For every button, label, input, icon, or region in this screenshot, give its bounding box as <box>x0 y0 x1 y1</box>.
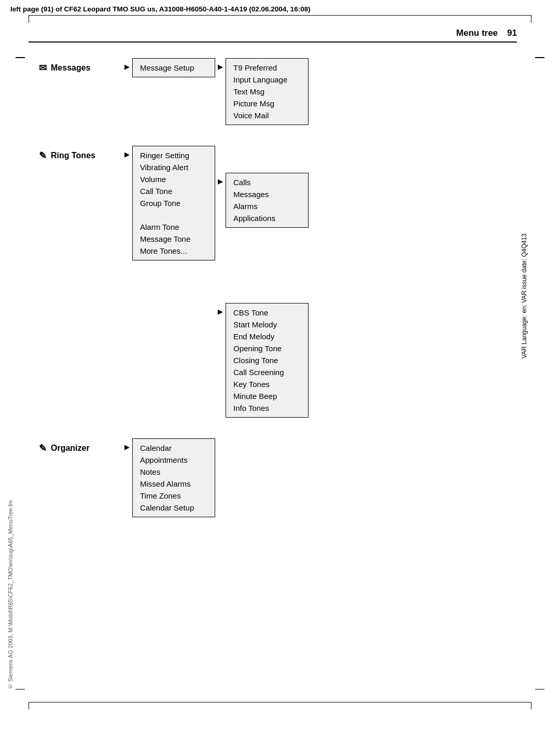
messages-level2-box: Message Setup <box>132 58 215 77</box>
org-l2-0: Calendar <box>140 442 207 454</box>
ring-tones-text: Ring Tones <box>51 151 95 160</box>
bottom-marks <box>0 702 560 709</box>
org-l2-1: Appointments <box>140 454 207 466</box>
msg-l3-3: Picture Msg <box>233 98 301 109</box>
ring-tones-icon: ✎ <box>39 150 47 161</box>
messages-text: Messages <box>51 63 91 73</box>
top-marks <box>0 16 560 23</box>
page-number: 91 <box>507 28 517 38</box>
organizer-label: ✎ Organizer <box>39 438 122 454</box>
menu-tree-title: Menu tree <box>456 28 498 38</box>
rt-l2-5 <box>140 209 207 221</box>
organizer-section: ✎ Organizer ▶ Calendar Appointments Note… <box>39 438 507 517</box>
bottom-mark-right <box>531 702 531 709</box>
mt-2: End Melody <box>233 330 301 342</box>
dash-right <box>535 57 544 58</box>
vol-0: Calls <box>233 176 301 188</box>
rt-l2-2: Volume <box>140 173 207 185</box>
messages-level3-box: T9 Preferred Input Language Text Msg Pic… <box>226 58 309 125</box>
vol-2: Alarms <box>233 200 301 212</box>
org-l2-4: Time Zones <box>140 490 207 502</box>
ring-tones-level2-box: Ringer Setting Vibrating Alert Volume Ca… <box>132 146 215 260</box>
more-tones-arrow: ▶ <box>215 303 226 315</box>
menu-tree-header: Menu tree 91 <box>29 28 517 43</box>
messages-l2-title: Message Setup <box>140 62 207 74</box>
volume-sub-box: Calls Messages Alarms Applications <box>226 173 309 228</box>
ring-tones-arrow: ▶ <box>122 146 132 158</box>
right-sidebar: VAR Language: en: VAR issue date: Q4Q413 <box>517 23 531 538</box>
bottom-left-rotated: © Siemens AG 2003, M:\Mobil\R65\CF62_TMO… <box>7 500 13 689</box>
rt-l2-3: Call Tone <box>140 185 207 197</box>
rt-l2-6: Alarm Tone <box>140 221 207 233</box>
organizer-icon: ✎ <box>39 443 47 454</box>
org-l2-3: Missed Alarms <box>140 478 207 490</box>
org-l2-2: Notes <box>140 466 207 478</box>
messages-arrow: ▶ <box>122 58 132 71</box>
mt-6: Key Tones <box>233 378 301 390</box>
messages-label: ✉ Messages <box>39 58 122 74</box>
ring-tones-label: ✎ Ring Tones <box>39 146 122 161</box>
mt-5: Call Screening <box>233 366 301 378</box>
organizer-text: Organizer <box>51 444 90 453</box>
sidebar-rotated-text: VAR Language: en: VAR issue date: Q4Q413 <box>521 233 528 358</box>
vol-1: Messages <box>233 188 301 200</box>
mt-7: Minute Beep <box>233 390 301 402</box>
rt-l2-0: Ringer Setting <box>140 149 207 161</box>
dash-bottom-left <box>16 689 25 690</box>
header-rest: of CF62 Leopard TMO SUG us, A31008-H6050… <box>53 5 310 13</box>
msg-l3-4: Voice Mail <box>233 109 301 121</box>
main-content: Menu tree 91 ✉ Messages ▶ Message Setup … <box>29 23 517 538</box>
organizer-level2-box: Calendar Appointments Notes Missed Alarm… <box>132 438 215 517</box>
messages-icon: ✉ <box>39 62 47 74</box>
dash-left <box>16 57 25 58</box>
messages-l2-arrow: ▶ <box>215 58 226 71</box>
mt-8: Info Tones <box>233 402 301 414</box>
top-mark-left <box>29 16 29 23</box>
organizer-arrow: ▶ <box>122 438 132 451</box>
header-bold: left page (91) <box>10 5 53 13</box>
rt-sub-levels: ▶ Calls Messages Alarms Applications ▶ C… <box>215 146 309 418</box>
tree-container: ✉ Messages ▶ Message Setup ▶ T9 Preferre… <box>29 58 517 517</box>
rt-l2-8: More Tones... <box>140 245 207 257</box>
volume-row: ▶ Calls Messages Alarms Applications <box>215 173 309 228</box>
mt-3: Opening Tone <box>233 342 301 354</box>
page-header: left page (91) of CF62 Leopard TMO SUG u… <box>0 0 560 13</box>
top-mark-right <box>531 16 531 23</box>
volume-arrow: ▶ <box>215 173 226 185</box>
msg-l3-2: Text Msg <box>233 86 301 98</box>
ring-tones-l2-wrapper: Ringer Setting Vibrating Alert Volume Ca… <box>132 146 215 260</box>
content-area: Menu tree 91 ✉ Messages ▶ Message Setup … <box>0 23 560 538</box>
mt-4: Closing Tone <box>233 354 301 366</box>
mt-0: CBS Tone <box>233 307 301 319</box>
org-l2-5: Calendar Setup <box>140 502 207 514</box>
more-tones-row: ▶ CBS Tone Start Melody End Melody Openi… <box>215 303 309 418</box>
rt-l2-4: Group Tone <box>140 197 207 209</box>
ring-tones-section: ✎ Ring Tones ▶ Ringer Setting Vibrating … <box>39 146 507 418</box>
more-tones-sub-box: CBS Tone Start Melody End Melody Opening… <box>226 303 309 418</box>
rt-l2-1: Vibrating Alert <box>140 161 207 173</box>
bottom-mark-left <box>29 702 29 709</box>
vol-3: Applications <box>233 212 301 224</box>
mt-1: Start Melody <box>233 319 301 330</box>
msg-l3-1: Input Language <box>233 74 301 86</box>
dash-bottom-right <box>535 689 544 690</box>
msg-l3-0: T9 Preferred <box>233 62 301 74</box>
rt-l2-7: Message Tone <box>140 233 207 245</box>
messages-section: ✉ Messages ▶ Message Setup ▶ T9 Preferre… <box>39 58 507 125</box>
